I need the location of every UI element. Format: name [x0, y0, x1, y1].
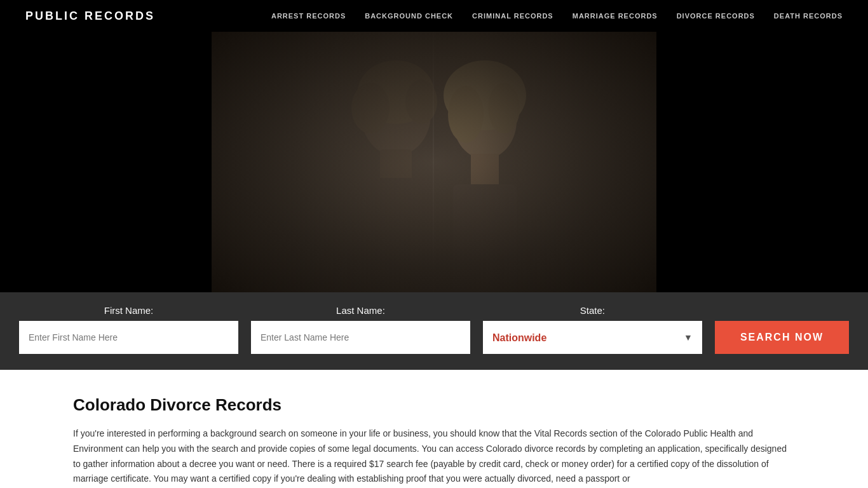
svg-rect-14 [212, 32, 656, 292]
svg-point-2 [358, 60, 434, 124]
page-title: Colorado Divorce Records [73, 395, 795, 415]
nav-death-records[interactable]: DEATH RECORDS [774, 12, 843, 20]
state-label: State: [483, 305, 702, 316]
svg-rect-15 [212, 32, 656, 292]
svg-rect-13 [433, 32, 434, 292]
nav-background-check[interactable]: BACKGROUND CHECK [365, 12, 453, 20]
svg-point-3 [351, 83, 390, 133]
content-section: Colorado Divorce Records If you're inter… [0, 370, 868, 488]
svg-rect-6 [358, 178, 434, 292]
nav-criminal-records[interactable]: CRIMINAL RECORDS [472, 12, 553, 20]
nav-marriage-records[interactable]: MARRIAGE RECORDS [573, 12, 658, 20]
state-field: State: Nationwide Alabama Alaska Arizona… [483, 305, 702, 354]
first-name-label: First Name: [19, 305, 238, 316]
svg-point-10 [488, 83, 520, 133]
hero-image [212, 32, 656, 292]
state-select-wrapper: Nationwide Alabama Alaska Arizona Arkans… [483, 321, 702, 354]
svg-rect-5 [380, 149, 412, 200]
last-name-label: Last Name: [251, 305, 470, 316]
search-now-button[interactable]: SEARCH NOW [715, 321, 849, 354]
svg-point-7 [453, 83, 517, 159]
nav-arrest-records[interactable]: ARREST RECORDS [271, 12, 346, 20]
first-name-field: First Name: [19, 305, 238, 354]
hero-section [0, 32, 868, 292]
svg-rect-12 [453, 184, 517, 292]
search-bar: First Name: Last Name: State: Nationwide… [0, 292, 868, 370]
state-select[interactable]: Nationwide Alabama Alaska Arizona Arkans… [483, 321, 702, 354]
svg-point-1 [361, 73, 431, 156]
svg-rect-16 [212, 32, 656, 292]
svg-rect-0 [212, 32, 656, 292]
main-nav: ARREST RECORDS BACKGROUND CHECK CRIMINAL… [271, 12, 843, 20]
nav-divorce-records[interactable]: DIVORCE RECORDS [677, 12, 755, 20]
svg-rect-11 [471, 154, 499, 198]
svg-point-8 [444, 60, 526, 130]
content-body: If you're interested in performing a bac… [73, 426, 795, 487]
first-name-input[interactable] [19, 321, 238, 354]
site-header: PUBLIC RECORDS ARREST RECORDS BACKGROUND… [0, 0, 868, 32]
svg-point-4 [405, 79, 437, 124]
svg-point-9 [448, 86, 484, 143]
last-name-input[interactable] [251, 321, 470, 354]
site-logo[interactable]: PUBLIC RECORDS [25, 10, 155, 23]
last-name-field: Last Name: [251, 305, 470, 354]
